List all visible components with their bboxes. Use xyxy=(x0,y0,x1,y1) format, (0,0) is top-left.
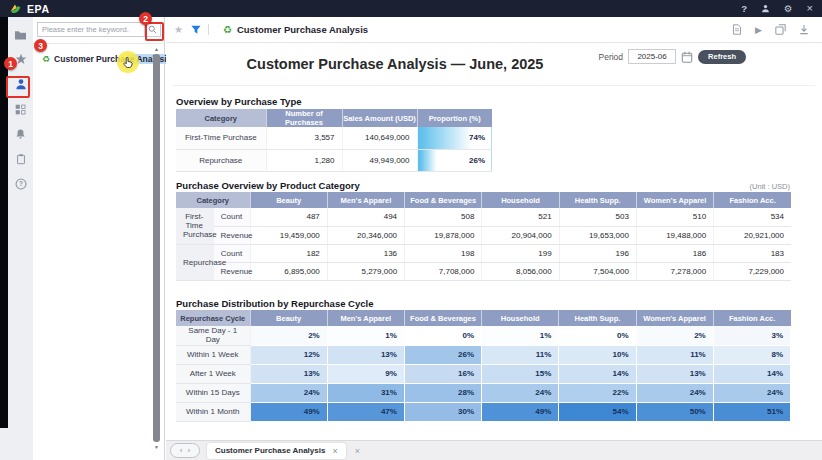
calendar-button[interactable] xyxy=(681,51,693,63)
value-cell: 8,056,000 xyxy=(482,262,559,280)
heatmap-cell: 9% xyxy=(327,364,404,383)
app-logo-icon xyxy=(9,3,21,15)
period-control: Period Refresh xyxy=(598,49,746,64)
open-in-window-icon[interactable] xyxy=(775,24,786,35)
user-icon[interactable] xyxy=(761,4,770,13)
heatmap-cell: 24% xyxy=(482,383,559,402)
value-cell: 503 xyxy=(559,208,636,226)
table-header-row: CategoryNumber of PurchasesSales Amount … xyxy=(176,109,492,127)
value-cell: 20,346,000 xyxy=(327,226,404,244)
cycle-heatmap-table: Repurchase CycleBeautyMen's ApparelFood … xyxy=(176,310,791,422)
value-cell: 7,229,000 xyxy=(714,262,791,280)
proportion-bar-cell: 74% xyxy=(417,127,492,149)
tab-nav-right-icon[interactable]: › xyxy=(188,447,191,455)
header-divider xyxy=(173,85,815,86)
download-icon[interactable] xyxy=(799,24,809,35)
unit-note: (Unit : USD) xyxy=(750,182,790,191)
table-row: Within 15 Days24%31%28%24%22%24%24% xyxy=(176,383,791,402)
svg-text:?: ? xyxy=(19,180,23,187)
category-table: CategoryBeautyMen's ApparelFood & Bevera… xyxy=(176,192,791,281)
notifications-bell-icon[interactable] xyxy=(14,128,28,140)
filter-funnel-icon[interactable] xyxy=(191,25,201,35)
value-cell: 521 xyxy=(482,208,559,226)
metric-cell: Count xyxy=(213,208,250,226)
overview-table: CategoryNumber of PurchasesSales Amount … xyxy=(176,109,492,172)
report-recycle-icon: ♻ xyxy=(42,54,50,64)
column-header: Food & Beverages xyxy=(405,192,482,208)
column-header: Men's Apparel xyxy=(327,192,404,208)
value-cell: 20,921,000 xyxy=(714,226,791,244)
annotation-box-search-button xyxy=(145,22,164,41)
settings-gear-icon[interactable]: ⚙ xyxy=(784,4,793,14)
breadcrumb-bar: ★ ♻ Customer Purchase Analysis ▶ xyxy=(166,17,822,43)
heatmap-cell: 1% xyxy=(482,326,559,345)
value-cell: 6,895,000 xyxy=(250,262,327,280)
help-circle-icon[interactable]: ? xyxy=(14,178,28,190)
section-title-by-category: Purchase Overview by Product Category xyxy=(176,180,360,191)
top-bar: EPA ? ⚙ × xyxy=(0,0,822,17)
tree-scrollbar[interactable]: ▲ ▼ xyxy=(151,45,162,451)
main-area: ★ ♻ Customer Purchase Analysis ▶ Custome… xyxy=(166,17,822,460)
heatmap-cell: 13% xyxy=(636,364,713,383)
clipboard-icon[interactable] xyxy=(14,153,28,165)
table-header-row: CategoryBeautyMen's ApparelFood & Bevera… xyxy=(176,192,791,208)
favorite-star-icon[interactable]: ★ xyxy=(174,24,183,35)
table-row: After 1 Week13%9%16%15%14%13%14% xyxy=(176,364,791,383)
value-cell: 198 xyxy=(405,244,482,262)
bottom-tab-customer-purchase-analysis[interactable]: Customer Purchase Analysis × xyxy=(207,443,346,459)
cycle-label-cell: Within 1 Week xyxy=(176,345,250,364)
table-row: Revenue19,459,00020,346,00019,878,00020,… xyxy=(176,226,791,244)
report-title: Customer Purchase Analysis — June, 2025 xyxy=(166,56,624,72)
row-group-cell: First-Time Purchase xyxy=(176,208,213,244)
run-play-icon[interactable]: ▶ xyxy=(755,25,762,35)
value-cell: 7,504,000 xyxy=(559,262,636,280)
bottom-tab-label: Customer Purchase Analysis xyxy=(215,446,325,455)
column-header: Household xyxy=(482,310,559,326)
tree-item-customer-purchase-analysis[interactable]: ♻ Customer Purchase Analysis xyxy=(33,50,164,68)
heatmap-cell: 11% xyxy=(636,345,713,364)
column-header: Repurchase Cycle xyxy=(176,310,250,326)
heatmap-cell: 28% xyxy=(404,383,481,402)
value-cell: 182 xyxy=(250,244,327,262)
annotation-badge-2: 2 xyxy=(139,12,152,25)
tab-close-icon[interactable]: × xyxy=(332,446,337,456)
column-header: Category xyxy=(176,192,250,208)
report-content: Customer Purchase Analysis — June, 2025 … xyxy=(166,43,822,440)
value-cell: 494 xyxy=(327,208,404,226)
heatmap-cell: 30% xyxy=(404,402,481,421)
close-all-tabs-icon[interactable]: × xyxy=(355,446,360,456)
heatmap-cell: 26% xyxy=(404,345,481,364)
value-cell: 7,708,000 xyxy=(405,262,482,280)
value-cell: 136 xyxy=(327,244,404,262)
heatmap-cell: 2% xyxy=(250,326,327,345)
folder-icon[interactable] xyxy=(14,28,28,40)
column-header: Men's Apparel xyxy=(327,310,404,326)
breadcrumb-title: Customer Purchase Analysis xyxy=(237,24,368,35)
dashboard-grid-icon[interactable] xyxy=(14,103,28,115)
help-icon[interactable]: ? xyxy=(741,4,747,14)
value-cell: 534 xyxy=(714,208,791,226)
column-header: Proportion (%) xyxy=(417,109,492,127)
section-title-by-cycle: Purchase Distribution by Repurchase Cycl… xyxy=(176,298,373,309)
value-cell: 487 xyxy=(250,208,327,226)
column-header: Health Supp. xyxy=(559,310,636,326)
app-brand: EPA xyxy=(27,3,50,15)
value-cell: 19,653,000 xyxy=(559,226,636,244)
column-header: Women's Apparel xyxy=(636,310,713,326)
heatmap-cell: 47% xyxy=(327,402,404,421)
tab-nav-left-icon[interactable]: ‹ xyxy=(180,447,183,455)
scroll-up-icon[interactable]: ▲ xyxy=(151,45,162,53)
table-header-row: Repurchase CycleBeautyMen's ApparelFood … xyxy=(176,310,791,326)
period-input[interactable] xyxy=(628,49,676,64)
column-header: Women's Apparel xyxy=(636,192,713,208)
scroll-down-icon[interactable]: ▼ xyxy=(151,443,162,451)
document-icon[interactable] xyxy=(732,24,742,35)
refresh-button[interactable]: Refresh xyxy=(698,50,746,64)
window-close-icon[interactable]: × xyxy=(807,3,813,14)
table-row: Within 1 Week12%13%26%11%10%11%8% xyxy=(176,345,791,364)
value-cell: 5,279,000 xyxy=(327,262,404,280)
search-input[interactable] xyxy=(37,22,145,37)
scrollbar-thumb[interactable] xyxy=(153,54,160,442)
heatmap-cell: 49% xyxy=(482,402,559,421)
count-cell: 1,280 xyxy=(266,149,342,171)
